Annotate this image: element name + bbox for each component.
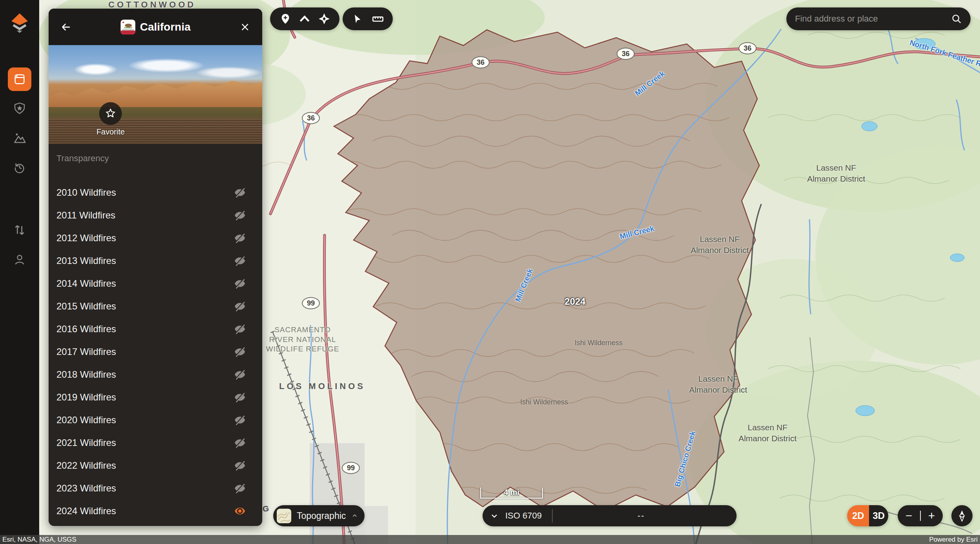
sidebar-item-terrain[interactable] (13, 131, 26, 145)
visibility-on-icon[interactable] (233, 504, 247, 518)
layer-row[interactable]: 2015 Wildfires (49, 295, 262, 318)
2d-button[interactable]: 2D (847, 505, 869, 526)
panel-header: California (49, 9, 262, 45)
close-button[interactable] (233, 15, 257, 39)
mountains-icon (13, 131, 26, 145)
sidebar-item-saved[interactable] (13, 102, 26, 115)
compass-button[interactable] (951, 505, 973, 526)
basemap-thumbnail (277, 509, 291, 523)
visibility-off-icon[interactable] (233, 186, 247, 199)
highway-shield: 36 (739, 42, 757, 55)
measure-button[interactable] (369, 10, 387, 27)
transparency-label: Transparency (56, 153, 262, 164)
layer-label: 2012 Wildfires (56, 233, 116, 244)
notebook-icon (13, 73, 26, 86)
sidebar-item-account[interactable] (13, 253, 26, 266)
layer-row[interactable]: 2016 Wildfires (49, 318, 262, 340)
layer-row[interactable]: 2021 Wildfires (49, 431, 262, 454)
layer-label: 2021 Wildfires (56, 437, 116, 448)
search-input[interactable] (795, 14, 951, 24)
visibility-off-icon[interactable] (233, 368, 247, 381)
select-measure-toolbar (343, 7, 393, 30)
guide-navigation-button[interactable] (316, 10, 333, 27)
compass-needle-icon (957, 510, 967, 522)
layer-row[interactable]: 2023 Wildfires (49, 477, 262, 500)
layer-row[interactable]: 2012 Wildfires (49, 227, 262, 249)
visibility-off-icon[interactable] (233, 277, 247, 290)
visibility-off-icon[interactable] (233, 391, 247, 404)
navigation-diamond-icon (318, 13, 330, 25)
close-icon (240, 22, 250, 32)
visibility-off-icon[interactable] (233, 482, 247, 495)
favorite-button[interactable]: Favorite (96, 102, 125, 136)
layer-label: 2022 Wildfires (56, 460, 116, 471)
layer-label: 2019 Wildfires (56, 392, 116, 403)
basemap-selector[interactable]: Topographic (273, 505, 365, 526)
cursor-icon (352, 13, 363, 24)
app-logo[interactable] (10, 13, 29, 33)
visibility-off-icon[interactable] (233, 459, 247, 472)
layer-row[interactable]: 2024 Wildfires (49, 500, 262, 522)
visibility-off-icon[interactable] (233, 322, 247, 336)
layer-panel: California Favorite Transparency 2010 Wi… (49, 9, 262, 526)
layer-row[interactable]: 2013 Wildfires (49, 249, 262, 272)
visibility-off-icon[interactable] (233, 231, 247, 245)
add-waypoint-button[interactable] (277, 10, 294, 27)
layer-row[interactable]: 2022 Wildfires (49, 454, 262, 477)
map-cover-photo (49, 45, 262, 144)
visibility-off-icon[interactable] (233, 300, 247, 313)
up-down-arrows-icon (13, 223, 26, 236)
draw-route-button[interactable] (296, 10, 313, 27)
attribution-sources: Esri, NASA, NGA, USGS (2, 536, 76, 544)
layer-label: 2010 Wildfires (56, 187, 116, 198)
scale-bar-label: 4 mi (504, 488, 519, 498)
star-icon (105, 108, 116, 120)
zoom-out-button[interactable]: − (906, 510, 913, 522)
chevron-down-icon[interactable] (490, 511, 499, 520)
layer-label: 2014 Wildfires (56, 278, 116, 289)
sidebar-item-layers[interactable] (8, 67, 31, 91)
layer-label: 2011 Wildfires (56, 210, 115, 221)
layer-label: 2020 Wildfires (56, 415, 116, 426)
back-arrow-icon (60, 21, 72, 33)
coordinate-bar: ISO 6709 -- (483, 505, 737, 526)
select-cursor-button[interactable] (349, 10, 366, 27)
ruler-icon (372, 13, 384, 25)
history-clock-icon (13, 161, 26, 174)
person-icon (13, 253, 26, 266)
coordinate-format-label[interactable]: ISO 6709 (505, 511, 542, 521)
visibility-off-icon[interactable] (233, 254, 247, 267)
visibility-off-icon[interactable] (233, 413, 247, 427)
visibility-off-icon[interactable] (233, 345, 247, 358)
map-tools-toolbar (270, 7, 339, 30)
layer-row[interactable]: 2011 Wildfires (49, 204, 262, 227)
route-chevron-icon (298, 13, 311, 25)
zoom-in-button[interactable]: + (928, 510, 935, 522)
panel-title: California (140, 21, 191, 33)
2d-3d-toggle: 2D 3D (847, 505, 888, 526)
visibility-off-icon[interactable] (233, 436, 247, 449)
layer-label: 2017 Wildfires (56, 346, 116, 357)
highway-shield: 36 (472, 56, 490, 69)
shield-star-icon (13, 102, 26, 115)
pin-plus-icon (279, 13, 291, 25)
layer-row[interactable]: 2019 Wildfires (49, 386, 262, 409)
layer-label: 2016 Wildfires (56, 324, 116, 335)
layer-label: 2023 Wildfires (56, 483, 116, 494)
back-button[interactable] (54, 15, 78, 39)
layer-row[interactable]: 2020 Wildfires (49, 409, 262, 431)
layer-row[interactable]: 2018 Wildfires (49, 363, 262, 386)
sidebar-item-history[interactable] (13, 161, 26, 174)
search-icon[interactable] (951, 13, 962, 24)
divider (920, 511, 921, 521)
sidebar-item-transfer[interactable] (13, 223, 26, 236)
layer-row[interactable]: 2017 Wildfires (49, 340, 262, 363)
layer-row[interactable]: 2014 Wildfires (49, 272, 262, 295)
layer-list: 2010 Wildfires2011 Wildfires2012 Wildfir… (49, 181, 262, 522)
layer-label: 2013 Wildfires (56, 255, 116, 266)
layer-row[interactable]: 2010 Wildfires (49, 181, 262, 204)
basemap-label: Topographic (297, 511, 346, 521)
scale-bar: 4 mi (480, 488, 543, 499)
california-flag-icon (120, 20, 135, 35)
visibility-off-icon[interactable] (233, 209, 247, 222)
